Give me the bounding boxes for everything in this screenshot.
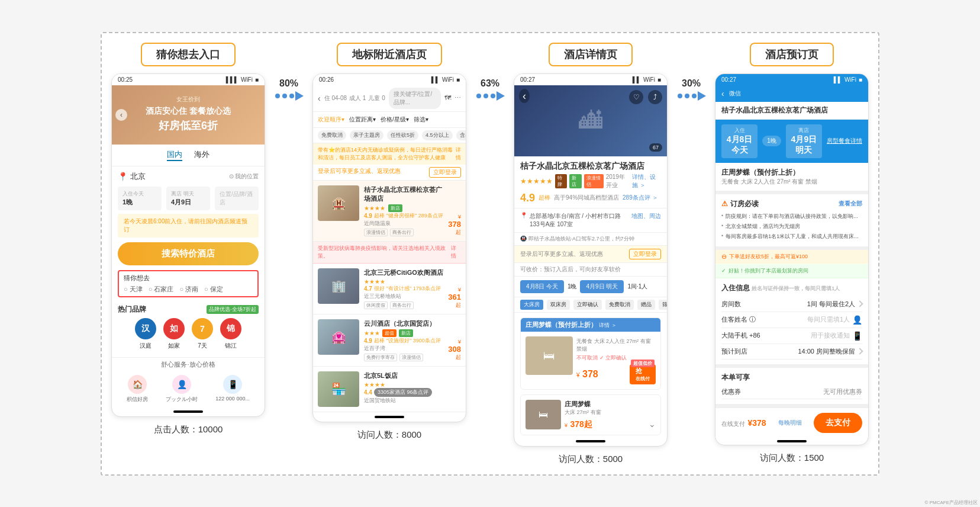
s2-hotel-tags-0: 近尚隐温泉 [364,220,443,227]
s3-room-chevron-down[interactable]: ⌄ [649,419,656,429]
s3-back-btn[interactable]: ‹ [519,90,530,102]
s2-search-input[interactable]: 搜关键字/位置/品牌... [389,88,441,109]
s3-filter-gifts[interactable]: 赠品 [637,300,655,310]
s1-nav-overseas[interactable]: 海外 [194,149,209,161]
s1-guess-baoding[interactable]: 保定 [204,285,223,294]
s2-hotel-rating-row-0: 4.9 超棒 "健身房很棒" 289条点评 [364,212,443,220]
s1-banner-subtitle: 女王价到 [146,95,231,104]
s4-pay-btn[interactable]: 去支付 [814,413,862,433]
s2-back-btn[interactable]: ‹ [318,94,321,103]
s2-tag-1[interactable]: 亲子主题房 [350,130,383,140]
s2-tag-0[interactable]: 免费取消 [318,130,346,140]
s1-nav-domestic[interactable]: 国内 [167,149,182,161]
s1-brand-hanting[interactable]: 汉 汉庭 [135,318,156,350]
s2-tag-2[interactable]: 任性砍5折 [387,130,418,140]
s3-filter-twinbed[interactable]: 双床房 [547,300,570,310]
s1-prev-btn[interactable]: ‹ [115,109,127,121]
s2-htag-1-1: 商务出行 [390,301,414,309]
s3-year: 2019年开业 [606,173,630,190]
s2-filter-more[interactable]: 筛选▾ [414,115,428,124]
s3-map-btn[interactable]: 地图、周边 [631,212,661,220]
more-icon[interactable]: ⋯ [454,94,461,102]
s2-hotel-service-tags-0: 浪漫情侣 商务出行 [364,229,443,236]
s3-detail-link[interactable]: 详情、设施 ＞ [632,173,661,190]
home-bar-4 [777,440,807,442]
arrow-3-label: 30% [682,78,701,89]
s3-filter-bigbed[interactable]: 大床房 [520,300,543,310]
s1-brand-rujia[interactable]: 如 如家 [163,318,185,350]
main-container: 猜你想去入口 00:25 ▌▌▌ WiFi ■ ‹ 女王价到 [101,32,879,476]
s1-guess-tianjin[interactable]: 天津 [124,285,143,294]
s2-tag-4[interactable]: 含早餐 [456,130,466,140]
s4-must-read-items: • 防疫规则：请在下单前与酒店确认接待政策，以免影响... • 北京全城禁烟，酒… [721,211,862,242]
s1-search-btn[interactable]: 搜索特价酒店 [118,242,259,265]
s3-room-detail-link-0[interactable]: 详情 ＞ [599,322,617,328]
s3-reviews[interactable]: 289条点评 ＞ [623,194,657,202]
s3-filter-filter[interactable]: 筛选▾ [659,300,667,310]
s1-brand-7days[interactable]: 7 7天 [192,318,213,350]
s2-login-btn[interactable]: 立即登录 [429,167,461,178]
s2-hotel-card-0[interactable]: 🏨 桔子水晶北京五棵松京荟广场酒店 ★★★★ 新店 4.9 超棒 "健身房很棒"… [313,181,466,242]
s2-covid-detail[interactable]: 详情 [451,245,461,260]
s2-filter-welcome[interactable]: 欢迎顺序▾ [318,115,344,124]
s1-location[interactable]: 📍 北京 [118,171,146,182]
s2-htag-0-1: 商务出行 [390,229,414,236]
section-3: 酒店详情页 00:27 ▌▌ WiFi ■ 🏙 67 ‹ [514,43,668,465]
s1-service-phone[interactable]: 📱 122 000 000... [215,375,250,403]
s1-brand-jinjiang[interactable]: 锦 锦江 [220,318,241,350]
s4-value-rooms[interactable]: 1间 每间最住2人 [807,300,862,309]
s1-banner-title: 酒店安心住 套餐放心选 [146,104,231,117]
s1-service-jixin[interactable]: 🏠 积信好房 [127,375,148,403]
s2-htag-2-0: 免费行李寄存 [364,354,397,361]
s4-value-phone[interactable]: 用于接收通知 📱 [811,331,862,341]
s1-checkin-field[interactable]: 入住今天 1晚 [118,187,162,210]
time-4: 00:27 [721,76,736,83]
s3-share-btn[interactable]: ⤴ [648,90,662,104]
s3-login-btn[interactable]: 立即登录 [629,249,661,259]
s1-guess-shijiazhuang[interactable]: 石家庄 [149,285,174,294]
s3-login-bar: 登录后可享更多立减、返现优惠 立即登录 [514,246,667,263]
s3-score-desc: 高于94%同城高档型酒店 [554,194,619,202]
s3-favorite-btn[interactable]: ♡ [629,90,643,104]
map-icon[interactable]: 🗺 [444,94,451,102]
s2-hotel-name-1: 北京三元桥CitiGO欢阁酒店 [364,268,443,277]
s3-filter-confirm[interactable]: 立即确认 [573,300,602,310]
s4-value-arrival[interactable]: 14:00 房间整晚保留 [798,347,862,356]
s4-room-detail-link[interactable]: 房型餐食详情 [827,137,862,145]
s1-checkout-field[interactable]: 离店 明天 4月9日 [166,187,210,210]
s2-hotel-card-2[interactable]: 🏩 云川酒店（北京国贸店） ★★★ 超值 新店 4.9 超棒 "设施很好" 39… [313,315,466,367]
phone-3: 00:27 ▌▌ WiFi ■ 🏙 67 ‹ ♡ [514,73,668,447]
s2-hotel-card-1[interactable]: 🏢 北京三元桥CitiGO欢阁酒店 ★★★★ 4.7 很好 "有设计感" 179… [313,264,466,315]
s4-checkout-date: 4月9日 明天 [791,134,817,156]
s1-hotel-input[interactable]: 位置/品牌/酒店 [215,187,259,210]
s1-service-hour[interactable]: 👤 プックル小时 [166,375,198,403]
s4-daily-label[interactable]: 每晚明细 [778,419,802,427]
s2-htag-2-1: 浪漫情侣 [399,354,423,361]
s2-hotel-card-3[interactable]: 🏪 北京5L饭店 ★★★★ 4.4 3305家酒店 96条点评 近国贸地铁站 [313,367,466,412]
s2-hotel-rating-desc-1: "有设计感" 1793条点评 [386,285,441,293]
s2-filter-price[interactable]: 价格/星级▾ [381,115,409,124]
s2-hotel-stars-row-0: ★★★★ 新店 [364,204,443,212]
s4-checkout-item[interactable]: 离店 4月9日 明天 [786,124,822,158]
s2-hotel-stars-1: ★★★★ [364,278,443,285]
s2-notice-detail[interactable]: 详情 [456,146,461,162]
s2-filter-location[interactable]: 位置距离▾ [349,115,376,124]
s1-my-location[interactable]: ⊙ 我的位置 [229,172,259,181]
s4-checkin-item[interactable]: 入住 4月8日 今天 [721,124,757,158]
s4-back-btn[interactable]: ‹ [721,89,724,98]
s4-must-read-link[interactable]: 查看全部 [839,200,862,208]
s3-checkout-btn[interactable]: 4月9日 明天 [580,280,624,293]
s3-filter-free-cancel[interactable]: 免费取消 [605,300,634,310]
s2-filters: 欢迎顺序▾ 位置距离▾ 价格/星级▾ 筛选▾ [313,112,466,128]
s1-guess-jinan[interactable]: 济南 [179,285,198,294]
s1-service-phone-icon: 📱 [223,375,242,394]
s3-room-info-1: 庄周梦蝶 大床 27m² 有窗 ¥ 378起 ⌄ [565,400,656,430]
s3-checkin-btn[interactable]: 4月8日 今天 [520,280,564,293]
wifi-icon: WiFi [241,76,253,83]
s3-book-btn-0[interactable]: 超值低价 抢 在线付 [630,364,656,384]
s4-value-name[interactable]: 每间只需填1人 👤 [807,315,862,325]
s2-tag-3[interactable]: 4.5分以上 [422,130,453,140]
s4-checkout-label: 离店 [791,127,817,134]
s1-services: 🏠 积信好房 👤 プックル小时 📱 122 000 000... [112,371,265,407]
s1-brand-jinjiang-label: 锦江 [225,342,237,350]
